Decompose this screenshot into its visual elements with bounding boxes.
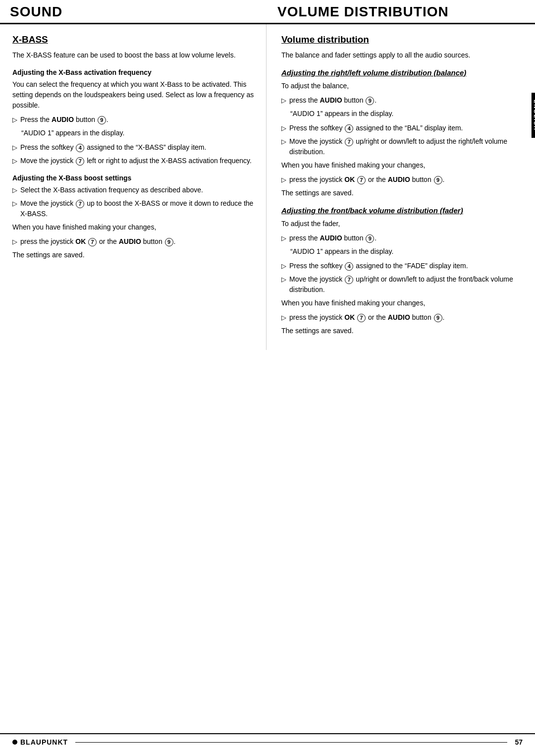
arrow-icon: ▷ (281, 275, 286, 285)
arrow-icon: ▷ (281, 313, 286, 323)
fader-body: To adjust the fader, (281, 219, 525, 229)
logo-dot (12, 740, 17, 745)
arrow-icon: ▷ (12, 199, 17, 209)
circle-7: 7 (357, 314, 366, 322)
logo-text: BLAUPUNKT (20, 738, 68, 746)
xbass-sub2-title: Adjusting the X-Bass boost settings (12, 174, 256, 182)
arrow-icon: ▷ (12, 156, 17, 166)
fader-closing-joystick: ▷ press the joystick OK 7 or the AUDIO b… (281, 312, 525, 323)
voldist-intro: The balance and fader settings apply to … (281, 50, 525, 60)
circle-9: 9 (366, 97, 374, 105)
xbass-closing1: When you have finished making your chang… (12, 222, 256, 233)
fader-bullet-audio: ▷ press the AUDIO button 9. (281, 233, 525, 243)
arrow-icon: ▷ (281, 137, 286, 147)
balance-audio1-appears: “AUDIO 1” appears in the display. (281, 109, 525, 119)
right-column: Volume distribution The balance and fade… (267, 24, 535, 350)
circle-4: 4 (345, 262, 353, 271)
arrow-icon: ▷ (281, 96, 286, 106)
arrow-icon: ▷ (12, 143, 17, 153)
balance-bullet-audio: ▷ press the AUDIO button 9. (281, 95, 525, 106)
balance-audio-text: press the AUDIO button 9. (289, 95, 525, 106)
fader-bullet-softkey4: ▷ Press the softkey 4 assigned to the “F… (281, 261, 525, 271)
balance-bullet-joystick: ▷ Move the joystick 7 up/right or down/l… (281, 136, 525, 157)
arrow-icon: ▷ (281, 175, 286, 185)
xbass-boost-joystick-text: Move the joystick 7 up to boost the X-BA… (20, 198, 256, 219)
fader-saved: The settings are saved. (281, 326, 525, 336)
footer-separator (75, 742, 507, 743)
header-sound-title: SOUND (10, 4, 258, 20)
balance-joystick-text: Move the joystick 7 up/right or down/lef… (289, 136, 525, 157)
circle-4: 4 (76, 144, 84, 152)
xbass-saved: The settings are saved. (12, 250, 256, 260)
circle-7: 7 (345, 138, 353, 146)
page-header: SOUND VOLUME DISTRIBUTION (0, 0, 535, 24)
circle-7: 7 (88, 238, 97, 246)
circle-7: 7 (76, 200, 84, 208)
xbass-audio1-appears: “AUDIO 1” appears in the display. (12, 128, 256, 138)
fader-audio1-appears: “AUDIO 1” appears in the display. (281, 246, 525, 257)
page-number: 57 (515, 738, 523, 746)
circle-7: 7 (357, 176, 366, 184)
balance-closing1: When you have finished making your chang… (281, 160, 525, 171)
blaupunkt-logo: BLAUPUNKT (12, 738, 68, 746)
xbass-joystick-text: Move the joystick 7 left or right to adj… (20, 156, 256, 166)
fader-bullet-joystick: ▷ Move the joystick 7 up/right or down/l… (281, 274, 525, 295)
circle-7: 7 (345, 276, 353, 284)
xbass-bullet-audio-text: Press the AUDIO button 9. (20, 115, 256, 125)
balance-closing-joystick: ▷ press the joystick OK 7 or the AUDIO b… (281, 174, 525, 185)
header-volume-title: VOLUME DISTRIBUTION (258, 4, 525, 20)
arrow-icon: ▷ (12, 115, 17, 125)
arrow-icon: ▷ (281, 123, 286, 133)
fader-joystick-text: Move the joystick 7 up/right or down/lef… (289, 274, 525, 295)
page-footer: BLAUPUNKT 57 (0, 733, 535, 746)
fader-closing1: When you have finished making your chang… (281, 298, 525, 308)
xbass-intro: The X-BASS feature can be used to boost … (12, 50, 256, 60)
balance-body: To adjust the balance, (281, 81, 525, 91)
voldist-section-title: Volume distribution (281, 34, 525, 45)
left-column: X-BASS The X-BASS feature can be used to… (0, 24, 267, 350)
xbass-softkey4-text: Press the softkey 4 assigned to the “X-B… (20, 142, 256, 153)
fader-softkey4-text: Press the softkey 4 assigned to the “FAD… (289, 261, 525, 271)
xbass-boost-bullet1: ▷ Select the X-Bass activation frequency… (12, 185, 256, 195)
xbass-bullet-softkey4: ▷ Press the softkey 4 assigned to the “X… (12, 142, 256, 153)
arrow-icon: ▷ (12, 237, 17, 247)
xbass-bullet-joystick: ▷ Move the joystick 7 left or right to a… (12, 156, 256, 166)
xbass-sub1-body: You can select the frequency at which yo… (12, 79, 256, 111)
xbass-boost-select-text: Select the X-Bass activation frequency a… (20, 185, 256, 195)
arrow-icon: ▷ (281, 233, 286, 243)
balance-saved: The settings are saved. (281, 188, 525, 198)
arrow-icon: ▷ (12, 185, 17, 195)
circle-7: 7 (76, 157, 84, 166)
balance-sub-title: Adjusting the right/left volume distribu… (281, 68, 525, 77)
circle-9: 9 (434, 176, 442, 184)
xbass-section-title: X-BASS (12, 34, 256, 45)
xbass-bullet-audio: ▷ Press the AUDIO button 9. (12, 115, 256, 125)
circle-9: 9 (434, 314, 442, 322)
xbass-sub1-title: Adjusting the X-Bass activation frequenc… (12, 68, 256, 76)
balance-softkey4-text: Press the softkey 4 assigned to the “BAL… (289, 123, 525, 133)
fader-sub-title: Adjusting the front/back volume distribu… (281, 206, 525, 215)
circle-4: 4 (345, 124, 353, 133)
circle-9: 9 (98, 116, 106, 124)
arrow-icon: ▷ (281, 261, 286, 271)
language-sidebar: ENGLISH (532, 93, 535, 138)
circle-9: 9 (366, 234, 374, 243)
xbass-closing-joystick: ▷ press the joystick OK 7 or the AUDIO b… (12, 236, 256, 247)
balance-bullet-softkey4: ▷ Press the softkey 4 assigned to the “B… (281, 123, 525, 133)
xbass-closing-text: press the joystick OK 7 or the AUDIO but… (20, 236, 256, 247)
fader-audio-text: press the AUDIO button 9. (289, 233, 525, 243)
main-content: X-BASS The X-BASS feature can be used to… (0, 24, 535, 350)
fader-closing-text: press the joystick OK 7 or the AUDIO but… (289, 312, 525, 323)
xbass-boost-bullet2: ▷ Move the joystick 7 up to boost the X-… (12, 198, 256, 219)
circle-9: 9 (165, 238, 173, 246)
balance-closing-text: press the joystick OK 7 or the AUDIO but… (289, 174, 525, 185)
